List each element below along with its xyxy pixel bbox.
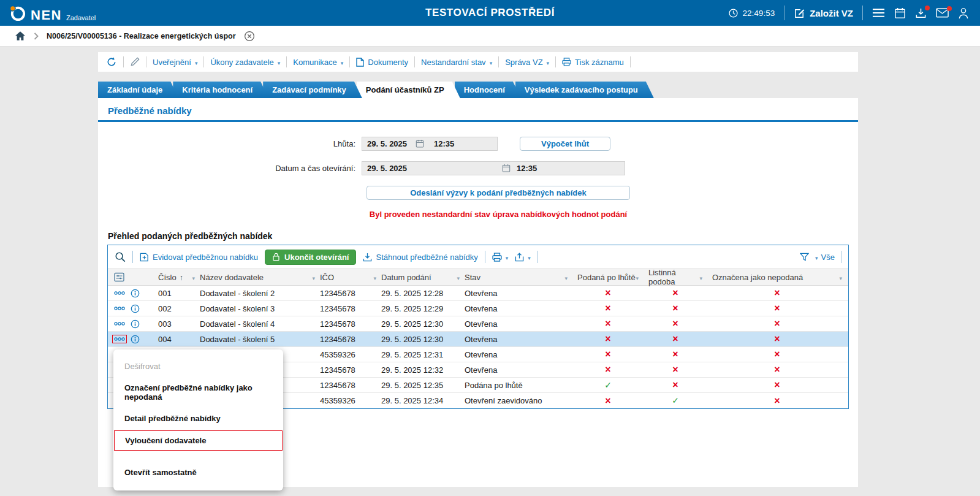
- calendar-picker-icon[interactable]: [416, 139, 424, 148]
- toolbar-item-nestandardni-stav[interactable]: Nestandardní stav: [421, 58, 492, 67]
- create-vz-button[interactable]: Založit VZ: [794, 7, 853, 19]
- calendar-picker-icon[interactable]: [502, 164, 511, 172]
- column-menu-icon[interactable]: [564, 273, 568, 282]
- downloads-button[interactable]: [915, 7, 927, 19]
- tab-podani-ucastniku-zp[interactable]: Podání účastníků ZP: [357, 82, 460, 98]
- toolbar-item-uverejneni[interactable]: Uveřejnění: [153, 58, 197, 67]
- menu-item-vylouceni-dodavatele[interactable]: Vyloučení dodavatele: [114, 430, 283, 451]
- col-header-cislo[interactable]: Číslo: [152, 273, 200, 282]
- toolbar-item-label: Správa VZ: [505, 58, 542, 67]
- mark-po-lhute: [605, 289, 610, 298]
- clock-icon: [728, 8, 739, 18]
- menu-item-otevrit-samostatne[interactable]: Otevřít samostatně: [113, 462, 283, 483]
- mark-listinna: [672, 335, 678, 344]
- tab-zadavaci-podminky[interactable]: Zadávací podmínky: [263, 82, 362, 98]
- column-menu-icon[interactable]: [636, 273, 639, 282]
- cell-datum: 29. 5. 2025 12:35: [381, 381, 465, 390]
- mark-nepodana: [774, 289, 780, 298]
- tab-vysledek-zadavaciho-postupu[interactable]: Výsledek zadávacího postupu: [515, 82, 654, 98]
- oteviran-date-value[interactable]: 29. 5. 2025: [362, 164, 407, 173]
- cell-stav: Otevřena: [465, 335, 572, 344]
- column-menu-icon[interactable]: [312, 273, 315, 282]
- nen-home-link[interactable]: NEN Zadavatel: [9, 4, 96, 22]
- edit-record-icon[interactable]: [130, 57, 140, 67]
- lhuta-time-value[interactable]: 12:35: [434, 139, 454, 148]
- divider: [286, 56, 287, 67]
- column-menu-icon[interactable]: [192, 273, 195, 282]
- divider: [841, 251, 841, 263]
- divider: [146, 56, 146, 67]
- tab-label: Hodnocení: [464, 85, 505, 94]
- close-record-icon[interactable]: [244, 31, 255, 42]
- toolbar-item-tisk-zaznamu[interactable]: Tisk záznamu: [562, 58, 624, 67]
- table-row[interactable]: 002 Dodavatel - školení 3 12345678 29. 5…: [108, 301, 848, 316]
- filter-vse-dropdown[interactable]: Vše: [815, 253, 835, 262]
- col-header-stav[interactable]: Stav: [465, 273, 572, 282]
- user-profile-icon[interactable]: [958, 7, 969, 19]
- column-settings-icon[interactable]: [114, 272, 124, 282]
- history-icon[interactable]: [106, 56, 117, 67]
- tab-zakladni-udaje[interactable]: Základní údaje: [98, 82, 178, 98]
- menu-item-oznaceni-jako-nepodana[interactable]: Označení předběžné nabídky jako nepodaná: [113, 377, 283, 408]
- ukoncit-otevirani-button[interactable]: Ukončit otevírání: [265, 250, 356, 265]
- lhuta-date-value[interactable]: 29. 5. 2025: [362, 139, 407, 148]
- col-header-oznacena-jako-nepodana[interactable]: Označena jako nepodaná: [707, 273, 847, 282]
- hamburger-menu-icon[interactable]: [872, 8, 885, 18]
- breadcrumb-record[interactable]: N006/25/V00005136 - Realizace energetick…: [47, 32, 236, 40]
- vypocet-lhut-button[interactable]: Výpočet lhůt: [520, 137, 610, 151]
- mark-po-lhute: [605, 319, 610, 329]
- row-actions-icon[interactable]: [114, 291, 125, 296]
- filter-icon[interactable]: [800, 253, 809, 261]
- oteviran-time-value[interactable]: 12:35: [517, 164, 537, 173]
- messages-button[interactable]: [936, 8, 949, 18]
- divider: [123, 56, 124, 67]
- row-actions-icon[interactable]: [114, 306, 125, 311]
- col-header-ico[interactable]: IČO: [320, 273, 381, 282]
- row-info-icon[interactable]: [131, 319, 140, 329]
- calendar-icon[interactable]: [894, 7, 906, 19]
- oteviran-datetime-input[interactable]: 29. 5. 2025 12:35: [362, 161, 625, 175]
- column-menu-icon[interactable]: [373, 273, 376, 282]
- toolbar-item-dokumenty[interactable]: Dokumenty: [356, 58, 408, 67]
- col-header-listinna-podoba[interactable]: Listinná podoba: [644, 268, 707, 286]
- evidovat-nabidku-button[interactable]: Evidovat předběžnou nabídku: [140, 253, 258, 262]
- column-menu-icon[interactable]: [457, 273, 460, 282]
- row-info-icon[interactable]: [131, 289, 140, 298]
- col-header-podana-po-lhute[interactable]: Podaná po lhůtě: [572, 273, 644, 282]
- home-icon[interactable]: [15, 31, 26, 41]
- evidovat-label: Evidovat předběžnou nabídku: [153, 253, 258, 262]
- mark-listinna: [672, 350, 678, 359]
- search-icon[interactable]: [115, 251, 126, 262]
- tab-hodnoceni[interactable]: Hodnocení: [455, 82, 521, 98]
- toolbar-item-ukony-zadavatele[interactable]: Úkony zadavatele: [210, 58, 280, 67]
- nonstandard-state-warning: Byl proveden nestandardní stav úprava na…: [367, 210, 630, 219]
- top-bar: NEN Zadavatel TESTOVACÍ PROSTŘEDÍ 22:49:…: [0, 0, 980, 26]
- menu-item-detail-nabidky[interactable]: Detail předběžné nabídky: [113, 408, 283, 429]
- col-header-datum-podani[interactable]: Datum podání: [381, 273, 465, 282]
- column-menu-icon[interactable]: [699, 273, 702, 282]
- col-header-nazev-dodavatele[interactable]: Název dodavatele: [200, 273, 320, 282]
- table-row[interactable]: 001 Dodavatel - školení 2 12345678 29. 5…: [108, 286, 848, 301]
- chevron-down-icon: [547, 58, 550, 67]
- cell-ico: 45359326: [320, 396, 381, 405]
- print-table-button[interactable]: [492, 253, 509, 262]
- row-actions-icon-highlighted[interactable]: [114, 337, 125, 341]
- export-table-button[interactable]: [515, 253, 531, 262]
- menu-item-desifrovat[interactable]: Dešifrovat: [113, 356, 283, 377]
- mark-nepodana: [774, 304, 780, 313]
- row-info-icon[interactable]: [131, 304, 140, 313]
- table-row-selected[interactable]: 004 Dodavatel - školení 5 12345678 29. 5…: [108, 332, 848, 347]
- odeslani-vyzvy-button[interactable]: Odeslání výzvy k podání předběžných nabí…: [367, 186, 630, 200]
- column-menu-icon[interactable]: [839, 273, 842, 282]
- toolbar-item-komunikace[interactable]: Komunikace: [293, 58, 343, 67]
- toolbar-item-sprava-vz[interactable]: Správa VZ: [505, 58, 549, 67]
- row-actions-icon[interactable]: [114, 321, 125, 326]
- row-info-icon[interactable]: [131, 335, 140, 344]
- lhuta-datetime-input[interactable]: 29. 5. 2025 12:35: [362, 137, 498, 151]
- divider: [414, 56, 415, 67]
- stahnout-nabidky-button[interactable]: Stáhnout předběžné nabídky: [363, 253, 477, 262]
- col-label: Název dodavatele: [200, 273, 264, 282]
- table-row[interactable]: 003 Dodavatel - školení 4 12345678 29. 5…: [108, 316, 848, 332]
- tab-kriteria-hodnoceni[interactable]: Kritéria hodnocení: [173, 82, 268, 98]
- cell-stav: Otevřena: [465, 350, 572, 359]
